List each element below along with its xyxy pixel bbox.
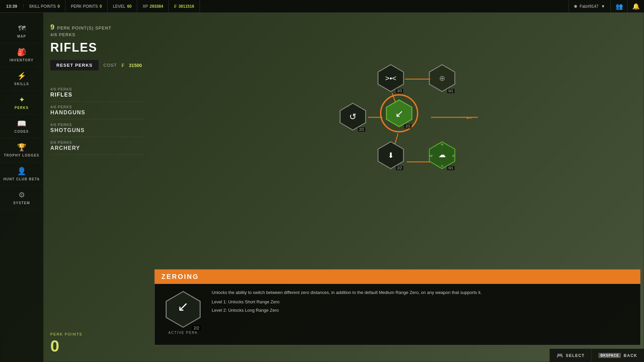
perk-node-mid-center[interactable]: ↙ 2/2: [384, 98, 414, 130]
perk-points-bottom-value: 0: [50, 337, 144, 355]
bot-center-count: 2/2: [396, 166, 403, 170]
sidebar-item-inventory[interactable]: 🎒 INVENTORY: [0, 43, 43, 67]
trophy-icon: 🏆: [17, 143, 26, 152]
cost-value: 31500: [129, 63, 142, 68]
section-title: RIFLES: [50, 41, 144, 55]
top-center-count: 3/3: [396, 89, 403, 93]
perk-node-bot-right[interactable]: N S W E ☁ 0/1: [427, 140, 457, 172]
weapon-item-rifles[interactable]: 4/6 PERKS RIFLES: [50, 84, 144, 102]
sidebar-label-skills: SKILLS: [14, 82, 29, 86]
perk-points-bottom: PERK POINTS 0: [50, 332, 144, 355]
xp-label: XP: [143, 4, 148, 9]
level-stat: LEVEL 60: [108, 0, 138, 12]
xp-value: 293384: [150, 4, 163, 9]
bottom-bar: 🎮 SELECT BKSPACE BACK: [549, 349, 644, 362]
system-icon: ⚙: [18, 191, 25, 199]
perk-tree: ← >•< 3/3 ⊕ 0/1: [310, 29, 485, 184]
top-center-icon: >•<: [385, 74, 396, 83]
info-perk-label: ACTIVE PERK: [168, 331, 198, 335]
mid-center-icon: ↙: [395, 108, 404, 119]
skill-points-label: SKILL POINTS: [29, 4, 56, 9]
compass-s: S: [441, 164, 443, 168]
notification-icon[interactable]: 🔔: [627, 0, 644, 12]
mid-left-count: 2/2: [358, 127, 365, 132]
info-body: ↙ 2/2 ACTIVE PERK Unlocks the ability to…: [155, 284, 640, 345]
codex-icon: 📖: [17, 119, 26, 128]
hunt-club-icon: 👤: [17, 167, 26, 176]
skills-icon: ⚡: [17, 72, 26, 80]
left-panel: 9 PERK POINT(S) SPENT 4/6 PERKS RIFLES R…: [44, 13, 151, 362]
sidebar-item-trophy-lodges[interactable]: 🏆 TROPHY LODGES: [0, 138, 43, 162]
perk-points-stat: PERK POINTS 0: [65, 0, 107, 12]
select-action[interactable]: 🎮 SELECT: [549, 349, 591, 362]
user-status-dot: [574, 5, 577, 8]
xp-stat: XP 293384: [137, 0, 169, 12]
center-panel: ← >•< 3/3 ⊕ 0/1: [151, 13, 644, 362]
weapon-item-handguns[interactable]: 4/6 PERKS HANDGUNS: [50, 102, 144, 119]
compass-e: E: [452, 154, 454, 158]
perk-node-top-center[interactable]: >•< 3/3: [376, 63, 406, 95]
sidebar-label-system: SYSTEM: [13, 201, 30, 205]
sidebar-item-system[interactable]: ⚙ SYSTEM: [0, 186, 43, 210]
dropdown-icon: ▼: [601, 4, 605, 9]
shotguns-name: SHOTGUNS: [50, 127, 144, 133]
sidebar-item-codex[interactable]: 📖 CODEX: [0, 115, 43, 138]
reset-perks-button[interactable]: RESET PERKS: [50, 60, 99, 70]
cost-label: COST: [103, 63, 117, 68]
map-icon: 🗺: [18, 24, 25, 33]
info-perk-count: 2/2: [192, 325, 201, 331]
main-content: 9 PERK POINT(S) SPENT 4/6 PERKS RIFLES R…: [44, 13, 644, 362]
archery-perks: 0/6 PERKS: [50, 140, 144, 144]
sidebar-label-codex: CODEX: [14, 130, 29, 133]
cost-currency-icon: ₣: [121, 63, 124, 68]
sidebar-label-trophy: TROPHY LODGES: [4, 154, 40, 157]
sidebar-item-map[interactable]: 🗺 MAP: [0, 19, 43, 43]
compass-w: W: [430, 154, 433, 158]
perk-node-top-right[interactable]: ⊕ 0/1: [427, 63, 457, 95]
perk-points-value: 0: [100, 4, 102, 9]
sidebar-label-hunt-club: HUNT CLUB BETa: [3, 177, 40, 181]
info-perk-icon-container: ↙ 2/2 ACTIVE PERK: [161, 289, 205, 340]
skill-points-stat: SKILL POINTS 0: [23, 0, 65, 12]
mid-center-count: 2/2: [404, 124, 412, 128]
perk-points-spent-num: 9: [50, 23, 54, 32]
perk-points-label: PERK POINTS: [71, 4, 98, 9]
info-perk-icon-inner: ↙: [177, 299, 189, 314]
back-key: BKSPACE: [598, 353, 621, 358]
info-level1: Level 1: Unlocks Short Range Zero: [212, 299, 634, 304]
sidebar-item-skills[interactable]: ⚡ SKILLS: [0, 67, 43, 91]
sidebar-item-perks[interactable]: ✦ PERKS: [0, 91, 43, 115]
friends-icon[interactable]: 👥: [610, 0, 627, 12]
user-profile[interactable]: Falz#9147 ▼: [569, 0, 610, 12]
inventory-icon: 🎒: [17, 48, 26, 57]
info-header: ZEROING: [155, 269, 640, 284]
sidebar-label-inventory: INVENTORY: [10, 58, 34, 62]
weapon-item-archery[interactable]: 0/6 PERKS ARCHERY: [50, 137, 144, 155]
weapon-list: 4/6 PERKS RIFLES 4/6 PERKS HANDGUNS 4/6 …: [50, 84, 144, 155]
info-description: Unlocks the ability to switch between di…: [212, 289, 634, 296]
sidebar-item-hunt-club[interactable]: 👤 HUNT CLUB BETa: [0, 162, 43, 186]
info-title: ZEROING: [161, 273, 199, 280]
perk-points-spent-row: 9 PERK POINT(S) SPENT: [50, 23, 144, 32]
info-panel: ZEROING ↙ 2/2 ACTIVE PERK Unlocks the ab…: [154, 269, 641, 345]
handguns-perks: 4/6 PERKS: [50, 105, 144, 109]
sidebar-label-perks: PERKS: [15, 106, 29, 110]
bot-center-icon: ⬇: [388, 151, 394, 160]
perk-node-bot-center[interactable]: ⬇ 2/2: [376, 140, 406, 172]
archery-name: ARCHERY: [50, 145, 144, 151]
top-right-count: 0/1: [447, 89, 454, 93]
bot-right-count: 0/1: [447, 166, 454, 170]
level-value: 60: [127, 4, 131, 9]
perk-node-mid-left[interactable]: ↺ 2/2: [338, 102, 368, 133]
back-action[interactable]: BKSPACE BACK: [591, 349, 644, 362]
rifles-name: RIFLES: [50, 92, 144, 98]
top-right-icon: ⊕: [439, 74, 445, 83]
handguns-name: HANDGUNS: [50, 110, 144, 116]
perk-points-spent-label: PERK POINT(S) SPENT: [57, 25, 111, 31]
info-text: Unlocks the ability to switch between di…: [212, 289, 634, 313]
bot-right-icon: ☁: [438, 150, 446, 159]
perks-icon: ✦: [19, 96, 25, 104]
gamepad-icon: 🎮: [556, 352, 563, 359]
compass-n: N: [441, 143, 443, 146]
weapon-item-shotguns[interactable]: 4/6 PERKS SHOTGUNS: [50, 119, 144, 137]
